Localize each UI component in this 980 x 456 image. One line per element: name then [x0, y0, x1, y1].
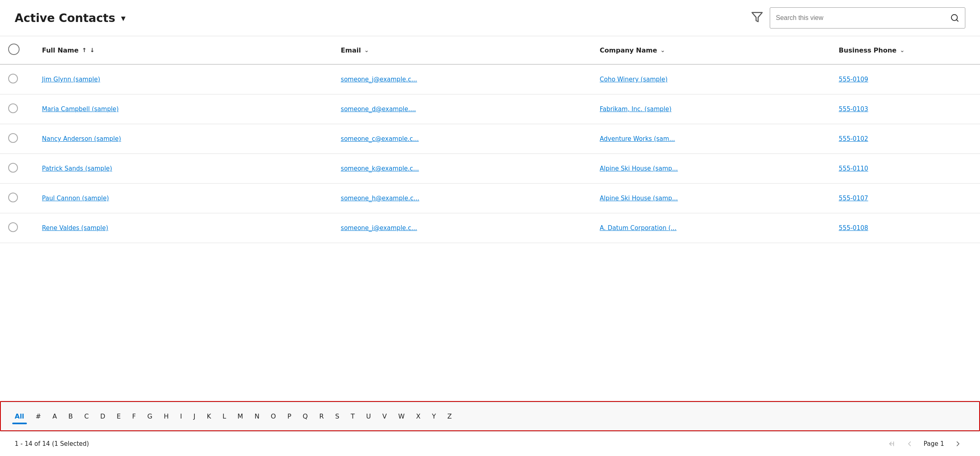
fullname-link[interactable]: Nancy Anderson (sample)	[42, 135, 121, 142]
fullname-link[interactable]: Jim Glynn (sample)	[42, 76, 100, 83]
fullname-link[interactable]: Rene Valdes (sample)	[42, 224, 108, 232]
alpha-item-e[interactable]: E	[111, 409, 126, 423]
table-row: Patrick Sands (sample) someone_k@example…	[0, 154, 980, 184]
alpha-item-r[interactable]: R	[313, 409, 329, 423]
alpha-item-#[interactable]: #	[30, 409, 46, 423]
alpha-item-x[interactable]: X	[410, 409, 426, 423]
page-wrapper: Active Contacts ▾	[0, 0, 980, 456]
alpha-item-k[interactable]: K	[201, 409, 217, 423]
svg-line-2	[956, 20, 958, 21]
alpha-item-m[interactable]: M	[232, 409, 249, 423]
footer: 1 - 14 of 14 (1 Selected) Page 1	[0, 431, 980, 456]
search-box	[770, 7, 965, 28]
alpha-item-t[interactable]: T	[345, 409, 361, 423]
phone-col-header: Business Phone ⌄	[839, 46, 972, 54]
first-page-button[interactable]	[884, 438, 899, 449]
company-link[interactable]: A. Datum Corporation (...	[600, 224, 677, 232]
row-checkbox[interactable]	[8, 193, 18, 202]
phone-link[interactable]: 555-0109	[839, 76, 868, 83]
row-fullname: Nancy Anderson (sample)	[34, 124, 333, 154]
email-link[interactable]: someone_d@example....	[341, 105, 416, 113]
phone-link[interactable]: 555-0102	[839, 135, 868, 142]
email-link[interactable]: someone_k@example.c...	[341, 165, 419, 172]
row-checkbox-cell	[0, 124, 34, 154]
sort-down-icon[interactable]: ↓	[90, 47, 95, 53]
row-phone: 555-0107	[830, 184, 980, 213]
company-link[interactable]: Alpine Ski House (samp...	[600, 195, 678, 202]
company-link[interactable]: Coho Winery (sample)	[600, 76, 668, 83]
alpha-item-a[interactable]: A	[47, 409, 63, 423]
alpha-item-j[interactable]: J	[188, 409, 201, 423]
alpha-item-b[interactable]: B	[63, 409, 79, 423]
company-link[interactable]: Fabrikam, Inc. (sample)	[600, 105, 672, 113]
th-company[interactable]: Company Name ⌄	[592, 36, 831, 64]
email-link[interactable]: someone_i@example.c...	[341, 224, 417, 232]
alpha-item-z[interactable]: Z	[442, 409, 458, 423]
alpha-item-y[interactable]: Y	[426, 409, 442, 423]
fullname-link[interactable]: Paul Cannon (sample)	[42, 195, 109, 202]
phone-sort-icon[interactable]: ⌄	[900, 47, 905, 53]
row-email: someone_j@example.c...	[333, 64, 591, 94]
company-link[interactable]: Adventure Works (sam...	[600, 135, 675, 142]
alpha-item-d[interactable]: D	[95, 409, 111, 423]
alpha-item-v[interactable]: V	[377, 409, 392, 423]
alpha-item-w[interactable]: W	[392, 409, 410, 423]
row-checkbox[interactable]	[8, 133, 18, 143]
alpha-item-c[interactable]: C	[79, 409, 95, 423]
alpha-item-h[interactable]: H	[158, 409, 174, 423]
th-phone[interactable]: Business Phone ⌄	[830, 36, 980, 64]
th-email[interactable]: Email ⌄	[333, 36, 591, 64]
search-input[interactable]	[770, 14, 945, 22]
alpha-item-f[interactable]: F	[126, 409, 141, 423]
th-fullname[interactable]: Full Name ↑ ↓	[34, 36, 333, 64]
select-all-checkbox[interactable]	[8, 44, 20, 55]
phone-link[interactable]: 555-0107	[839, 195, 868, 202]
alpha-item-n[interactable]: N	[249, 409, 265, 423]
alpha-item-u[interactable]: U	[361, 409, 377, 423]
alpha-item-s[interactable]: S	[330, 409, 345, 423]
table-row: Paul Cannon (sample) someone_h@example.c…	[0, 184, 980, 213]
email-link[interactable]: someone_c@example.c...	[341, 135, 418, 142]
company-sort-icon[interactable]: ⌄	[661, 47, 665, 53]
row-checkbox[interactable]	[8, 163, 18, 173]
alpha-item-p[interactable]: P	[282, 409, 297, 423]
fullname-col-header: Full Name ↑ ↓	[42, 46, 324, 54]
alpha-bar: All#ABCDEFGHIJKLMNOPQRSTUVWXYZ	[1, 402, 979, 430]
row-email: someone_h@example.c...	[333, 184, 591, 213]
search-button[interactable]	[945, 13, 965, 22]
alpha-item-l[interactable]: L	[217, 409, 232, 423]
email-link[interactable]: someone_h@example.c...	[341, 195, 419, 202]
company-link[interactable]: Alpine Ski House (samp...	[600, 165, 678, 172]
alpha-item-g[interactable]: G	[142, 409, 158, 423]
email-sort-icon[interactable]: ⌄	[364, 47, 369, 53]
alpha-item-all[interactable]: All	[9, 409, 30, 423]
phone-link[interactable]: 555-0110	[839, 165, 868, 172]
view-dropdown-icon[interactable]: ▾	[121, 13, 126, 23]
table-row: Jim Glynn (sample) someone_j@example.c..…	[0, 64, 980, 94]
alpha-item-q[interactable]: Q	[297, 409, 314, 423]
prev-page-button[interactable]	[902, 438, 917, 449]
alpha-item-i[interactable]: I	[174, 409, 188, 423]
row-fullname: Patrick Sands (sample)	[34, 154, 333, 184]
fullname-link[interactable]: Maria Campbell (sample)	[42, 105, 119, 113]
email-label: Email	[341, 46, 361, 54]
row-checkbox[interactable]	[8, 74, 18, 83]
row-email: someone_i@example.c...	[333, 213, 591, 243]
alpha-item-o[interactable]: O	[265, 409, 282, 423]
table-row: Maria Campbell (sample) someone_d@exampl…	[0, 94, 980, 124]
alpha-bar-wrapper: All#ABCDEFGHIJKLMNOPQRSTUVWXYZ	[0, 401, 980, 431]
email-link[interactable]: someone_j@example.c...	[341, 76, 417, 83]
sort-up-icon[interactable]: ↑	[82, 47, 87, 53]
row-company: Alpine Ski House (samp...	[592, 184, 831, 213]
next-page-button[interactable]	[951, 438, 965, 449]
contacts-table: Full Name ↑ ↓ Email ⌄ Company Name	[0, 36, 980, 243]
fullname-link[interactable]: Patrick Sands (sample)	[42, 165, 112, 172]
fullname-label: Full Name	[42, 46, 79, 54]
row-checkbox[interactable]	[8, 103, 18, 113]
row-fullname: Maria Campbell (sample)	[34, 94, 333, 124]
phone-link[interactable]: 555-0108	[839, 224, 868, 232]
filter-icon[interactable]	[751, 11, 763, 25]
row-checkbox[interactable]	[8, 222, 18, 232]
row-company: Adventure Works (sam...	[592, 124, 831, 154]
phone-link[interactable]: 555-0103	[839, 105, 868, 113]
